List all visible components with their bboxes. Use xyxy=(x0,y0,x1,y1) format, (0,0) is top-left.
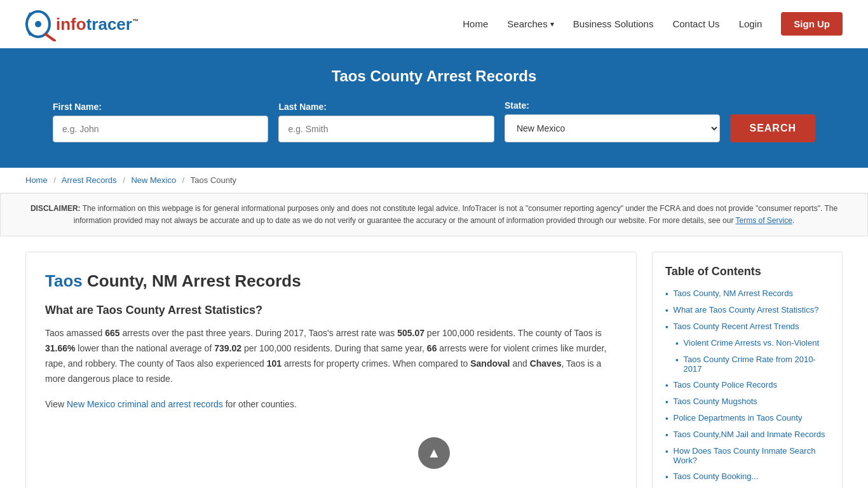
breadcrumb-sep-2: / xyxy=(123,175,125,185)
search-button[interactable]: SEARCH xyxy=(730,114,815,142)
article-section: Taos County, NM Arrest Records What are … xyxy=(25,252,637,488)
breadcrumb-sep-3: / xyxy=(182,175,185,185)
login-button[interactable]: Login xyxy=(739,18,763,29)
toc-link[interactable]: What are Taos County Arrest Statistics? xyxy=(674,305,819,315)
toc-link[interactable]: Police Departments in Taos County xyxy=(674,413,803,423)
toc-link[interactable]: Taos County Booking... xyxy=(674,471,759,481)
breadcrumb: Home / Arrest Records / New Mexico / Tao… xyxy=(0,168,868,193)
section1-heading: What are Taos County Arrest Statistics? xyxy=(45,304,617,317)
nav-contact[interactable]: Contact Us xyxy=(672,18,719,29)
table-of-contents: Table of Contents Taos County, NM Arrest… xyxy=(652,252,843,488)
disclaimer-label: DISCLAIMER: xyxy=(31,204,81,213)
article-nm-link-paragraph: View New Mexico criminal and arrest reco… xyxy=(45,397,617,412)
article-title-highlight: Taos xyxy=(45,271,83,290)
site-header: infotracer™ Home Searches ▾ Business Sol… xyxy=(0,0,868,48)
breadcrumb-taos-county: Taos County xyxy=(191,175,236,185)
breadcrumb-sep-1: / xyxy=(53,175,56,185)
search-form: First Name: Last Name: State: New Mexico… xyxy=(53,100,815,142)
toc-link[interactable]: Taos County Recent Arrest Trends xyxy=(674,322,799,331)
state-group: State: New Mexico Alabama Alaska Arizona… xyxy=(505,100,720,142)
toc-link[interactable]: Taos County Police Records xyxy=(674,380,777,390)
nm-records-link[interactable]: New Mexico criminal and arrest records xyxy=(67,399,223,409)
nav-business[interactable]: Business Solutions xyxy=(573,18,654,29)
article-paragraph1: Taos amassed 665 arrests over the past t… xyxy=(45,326,617,386)
logo-text: infotracer™ xyxy=(56,16,139,32)
signup-button[interactable]: Sign Up xyxy=(781,12,843,36)
first-name-label: First Name: xyxy=(53,102,102,112)
breadcrumb-arrest-records[interactable]: Arrest Records xyxy=(62,175,117,185)
logo-icon xyxy=(25,6,56,41)
toc-link[interactable]: Taos County Crime Rate from 2010-2017 xyxy=(684,355,829,374)
svg-point-2 xyxy=(35,21,41,27)
state-label: State: xyxy=(505,100,529,111)
svg-line-1 xyxy=(46,34,55,41)
nav-home[interactable]: Home xyxy=(463,18,488,29)
scroll-top-button[interactable]: ▲ xyxy=(418,437,450,469)
disclaimer-box: DISCLAIMER: The information on this webp… xyxy=(0,193,868,236)
toc-list: Taos County, NM Arrest RecordsWhat are T… xyxy=(665,288,829,482)
toc-link[interactable]: Taos County, NM Arrest Records xyxy=(674,288,793,298)
first-name-input[interactable] xyxy=(53,116,268,142)
disclaimer-text: The information on this webpage is for g… xyxy=(74,204,837,225)
breadcrumb-home[interactable]: Home xyxy=(25,175,48,185)
logo[interactable]: infotracer™ xyxy=(25,6,139,41)
nav-searches[interactable]: Searches ▾ xyxy=(507,18,553,29)
toc-link[interactable]: How Does Taos County Inmate Search Work? xyxy=(674,446,829,465)
tos-link[interactable]: Terms of Service xyxy=(736,216,792,225)
hero-section: Taos County Arrest Records First Name: L… xyxy=(0,48,868,168)
main-nav: Home Searches ▾ Business Solutions Conta… xyxy=(463,12,843,36)
toc-title: Table of Contents xyxy=(665,265,829,278)
last-name-input[interactable] xyxy=(278,116,494,142)
breadcrumb-new-mexico[interactable]: New Mexico xyxy=(131,175,176,185)
toc-link[interactable]: Taos County Mugshots xyxy=(674,396,757,406)
first-name-group: First Name: xyxy=(53,102,268,142)
article-title: Taos County, NM Arrest Records xyxy=(45,271,617,291)
last-name-label: Last Name: xyxy=(278,102,326,112)
toc-link[interactable]: Taos County,NM Jail and Inmate Records xyxy=(674,430,825,439)
last-name-group: Last Name: xyxy=(278,102,494,142)
toc-link[interactable]: Violent Crime Arrests vs. Non-Violent xyxy=(684,338,819,348)
hero-title: Taos County Arrest Records xyxy=(25,67,843,85)
article-title-rest: County, NM Arrest Records xyxy=(83,271,301,290)
state-select[interactable]: New Mexico Alabama Alaska Arizona Califo… xyxy=(505,114,720,142)
